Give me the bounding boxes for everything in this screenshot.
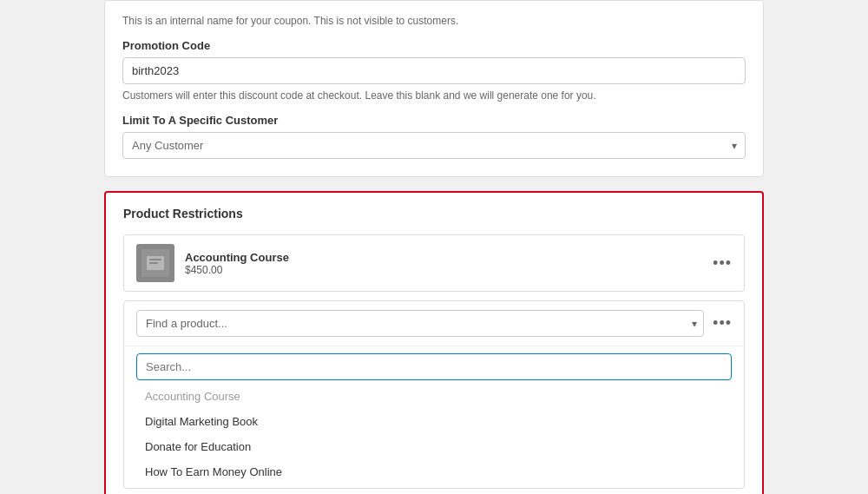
page-wrapper: This is an internal name for your coupon… (0, 0, 868, 494)
product-restrictions-title: Product Restrictions (123, 207, 745, 221)
promotion-code-input[interactable] (122, 57, 746, 84)
product-item-left: Accounting Course $450.00 (136, 244, 289, 282)
dropdown-item-digital-marketing[interactable]: Digital Marketing Book (136, 409, 732, 434)
promotion-code-label: Promotion Code (122, 39, 746, 52)
product-item: Accounting Course $450.00 ••• (123, 234, 745, 292)
limit-customer-wrapper: Any Customer ▾ (122, 132, 746, 159)
product-name: Accounting Course (185, 251, 289, 264)
product-price: $450.00 (185, 264, 289, 276)
dropdown-item-earn-money[interactable]: How To Earn Money Online (136, 459, 732, 484)
product-search-input[interactable] (136, 353, 732, 380)
product-restrictions-section: Product Restrictions Accounting Course (104, 191, 764, 494)
find-product-select-wrap: Find a product... ▾ (136, 310, 704, 337)
svg-rect-3 (149, 262, 158, 264)
promotion-code-hint: Customers will enter this discount code … (122, 89, 746, 102)
limit-customer-select[interactable]: Any Customer (122, 132, 746, 159)
search-input-wrapper (136, 353, 732, 380)
top-section: This is an internal name for your coupon… (104, 0, 764, 177)
find-product-header: Find a product... ▾ ••• (124, 301, 744, 346)
product-info: Accounting Course $450.00 (185, 251, 289, 276)
internal-name-hint: This is an internal name for your coupon… (122, 15, 746, 27)
product-item-dots-menu[interactable]: ••• (713, 254, 732, 273)
dropdown-item-donate-education[interactable]: Donate for Education (136, 434, 732, 459)
find-product-dots-menu[interactable]: ••• (713, 314, 732, 333)
dropdown-search-container: Accounting Course Digital Marketing Book… (124, 346, 744, 488)
product-thumbnail (136, 244, 174, 282)
content-area: This is an internal name for your coupon… (104, 0, 764, 494)
limit-customer-label: Limit To A Specific Customer (122, 114, 746, 127)
svg-rect-2 (149, 259, 161, 260)
dropdown-item-accounting-course[interactable]: Accounting Course (136, 384, 732, 409)
find-product-select[interactable]: Find a product... (136, 310, 704, 337)
find-product-row: Find a product... ▾ ••• Accounting Cours… (123, 300, 745, 489)
dropdown-list: Accounting Course Digital Marketing Book… (136, 384, 732, 484)
